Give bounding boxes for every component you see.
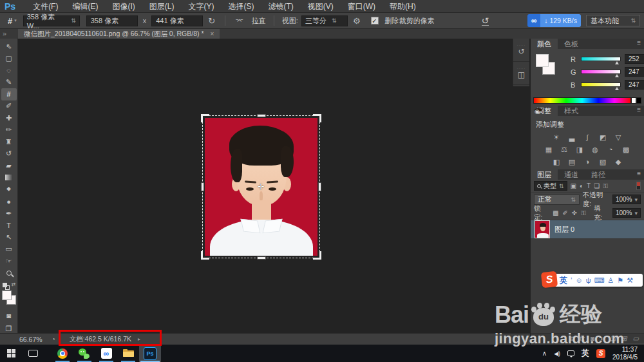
crop-handle-right[interactable] <box>318 182 321 191</box>
panel-menu-icon[interactable]: ≡ <box>637 39 641 46</box>
brush-tool[interactable]: ✏ <box>1 124 17 137</box>
opacity-input[interactable]: 100% ▾ <box>612 195 641 204</box>
crop-handle-bottom[interactable] <box>257 256 266 260</box>
taskbar-chrome[interactable] <box>52 345 73 362</box>
adjustment-layer-filter-icon[interactable]: ◐ <box>580 182 583 189</box>
eraser-tool[interactable]: ▰ <box>1 160 17 172</box>
shape-layer-filter-icon[interactable]: ❏ <box>594 182 600 189</box>
account-icon[interactable]: ♙ <box>607 276 614 285</box>
reset-crop-button[interactable]: ↺ <box>482 16 489 26</box>
blend-mode-select[interactable]: 正常 ⇅ <box>534 195 580 205</box>
levels-icon[interactable]: ▃ <box>567 133 578 142</box>
crop-handle-top[interactable] <box>257 114 266 117</box>
history-panel-button[interactable]: ····· ↺ <box>513 39 529 62</box>
quick-selection-tool[interactable]: ✎ <box>1 77 17 89</box>
hue-saturation-icon[interactable]: ▦ <box>544 145 554 154</box>
volume-icon[interactable]: ◀) <box>554 350 560 357</box>
tab-color[interactable]: 颜色 <box>531 39 558 49</box>
active-tool-chip[interactable]: # ▾ <box>8 16 17 26</box>
slider-knob[interactable] <box>615 87 619 90</box>
clone-stamp-tool[interactable]: ♜ <box>1 136 17 148</box>
path-selection-tool[interactable]: ↖ <box>1 231 17 243</box>
menu-select[interactable]: 选择(S) <box>221 0 261 13</box>
start-button[interactable] <box>0 345 22 362</box>
netdisk-transfer-badge[interactable]: ∞ ↓ 129 KB/s <box>527 14 581 27</box>
smart-object-filter-icon[interactable]: ⚿ <box>603 182 608 190</box>
lock-paint-icon[interactable]: ✐ <box>562 209 567 216</box>
layer-filter-select[interactable]: 类型 ⇅ <box>534 181 567 191</box>
marquee-tool[interactable]: ▢ <box>1 53 17 65</box>
exposure-icon[interactable]: ◩ <box>598 133 609 142</box>
channel-mixer-icon[interactable]: ◔ <box>605 145 616 154</box>
eyedropper-tool[interactable]: ✐ <box>1 100 17 113</box>
blur-tool[interactable]: ◆ <box>1 184 17 196</box>
move-tool[interactable]: ⇖ <box>1 41 17 53</box>
type-layer-filter-icon[interactable]: T <box>587 182 591 189</box>
delete-cropped-label[interactable]: 删除裁剪的像素 <box>385 16 435 26</box>
blue-value-input[interactable]: 247 <box>625 80 644 90</box>
crop-handle-top-left[interactable] <box>201 114 209 122</box>
layer-row-selected[interactable]: ◉ 图层 0 <box>531 220 644 239</box>
color-spectrum-ramp[interactable] <box>533 97 631 104</box>
foreground-color-swatch[interactable] <box>2 291 12 300</box>
layer-visibility-eye-icon[interactable]: ◉ <box>535 108 542 111</box>
crop-handle-bottom-left[interactable] <box>201 251 209 260</box>
task-view-button[interactable] <box>22 345 44 362</box>
tab-overflow-icon[interactable]: » <box>3 30 6 37</box>
gradient-tool[interactable] <box>1 172 17 184</box>
tab-styles[interactable]: 样式 <box>558 106 585 116</box>
color-lookup-icon[interactable]: ▩ <box>621 145 632 154</box>
red-value-input[interactable]: 252 <box>625 54 644 64</box>
quick-mask-icon[interactable]: ◙ <box>6 312 11 319</box>
type-tool[interactable]: T <box>1 220 17 232</box>
pen-tool[interactable]: ✒ <box>1 207 17 220</box>
tray-sogou-icon[interactable]: S <box>596 349 605 358</box>
tab-layers[interactable]: 图层 <box>531 169 558 180</box>
swap-dimensions-icon[interactable]: ↻ <box>208 16 215 26</box>
swap-colors-icon[interactable]: ⇄ <box>2 281 16 289</box>
taskbar-photoshop[interactable]: Ps <box>139 345 161 362</box>
crop-handle-bottom-right[interactable] <box>313 251 321 260</box>
lasso-tool[interactable]: ◌ <box>1 64 17 77</box>
menu-type[interactable]: 文字(Y) <box>181 0 221 13</box>
green-value-input[interactable]: 247 <box>625 67 644 77</box>
lock-transparent-icon[interactable]: ▩ <box>553 209 558 216</box>
tab-paths[interactable]: 路径 <box>585 169 612 180</box>
menu-window[interactable]: 窗口(W) <box>341 0 383 13</box>
tab-swatches[interactable]: 色板 <box>558 39 585 49</box>
photo-filter-icon[interactable]: ◍ <box>590 145 601 154</box>
document-tab[interactable]: 微信图片_20180405110601.png @ 66.7% (图层 0, R… <box>18 29 220 39</box>
crop-tool[interactable]: # <box>1 88 17 100</box>
menu-filter[interactable]: 滤镜(T) <box>261 0 300 13</box>
menu-file[interactable]: 文件(F) <box>26 0 65 13</box>
gradient-map-icon[interactable]: ▧ <box>598 157 609 166</box>
spot-healing-tool[interactable]: ✚ <box>1 112 17 124</box>
hand-tool[interactable]: ☞ <box>1 255 17 267</box>
threshold-icon[interactable]: ◑ <box>582 157 593 166</box>
delete-layer-icon[interactable]: ▭ <box>633 335 639 342</box>
filter-toggle-switch[interactable] <box>636 182 641 190</box>
crop-view-select[interactable]: 三等分 ⇅ <box>301 15 348 26</box>
crop-center-target[interactable]: ✛ <box>258 182 264 191</box>
ime-language-toggle[interactable]: 英 <box>560 275 567 286</box>
screen-mode-icon[interactable]: ❐ <box>6 325 12 333</box>
pixel-layer-filter-icon[interactable]: ▣ <box>571 182 576 189</box>
crop-marquee[interactable]: ✛ <box>202 115 320 258</box>
toolbox-icon[interactable]: ⚒ <box>627 276 633 285</box>
lock-move-icon[interactable]: ✜ <box>572 209 577 216</box>
taskbar-clock[interactable]: 11:37 2018/4/5 <box>612 346 638 361</box>
brightness-contrast-icon[interactable]: ☀ <box>551 133 562 142</box>
crop-width-input[interactable]: 358 像素 <box>86 15 138 26</box>
tab-channels[interactable]: 通道 <box>558 169 585 180</box>
panel-menu-icon[interactable]: ≡ <box>637 170 641 177</box>
foreground-color-swatch[interactable] <box>536 54 549 67</box>
panel-menu-icon[interactable]: ≡ <box>637 106 641 113</box>
invert-icon[interactable]: ◧ <box>551 157 562 166</box>
punctuation-icon[interactable]: ’ <box>571 276 572 284</box>
tray-language-indicator[interactable]: 英 <box>582 348 589 359</box>
crop-preset-select[interactable]: 358 像素 W... ⇅ <box>23 15 80 26</box>
posterize-icon[interactable]: ▤ <box>567 157 578 166</box>
menu-view[interactable]: 视图(V) <box>301 0 341 13</box>
menu-image[interactable]: 图像(I) <box>105 0 142 13</box>
workspace-select[interactable]: 基本功能 ⇅ <box>586 15 640 26</box>
